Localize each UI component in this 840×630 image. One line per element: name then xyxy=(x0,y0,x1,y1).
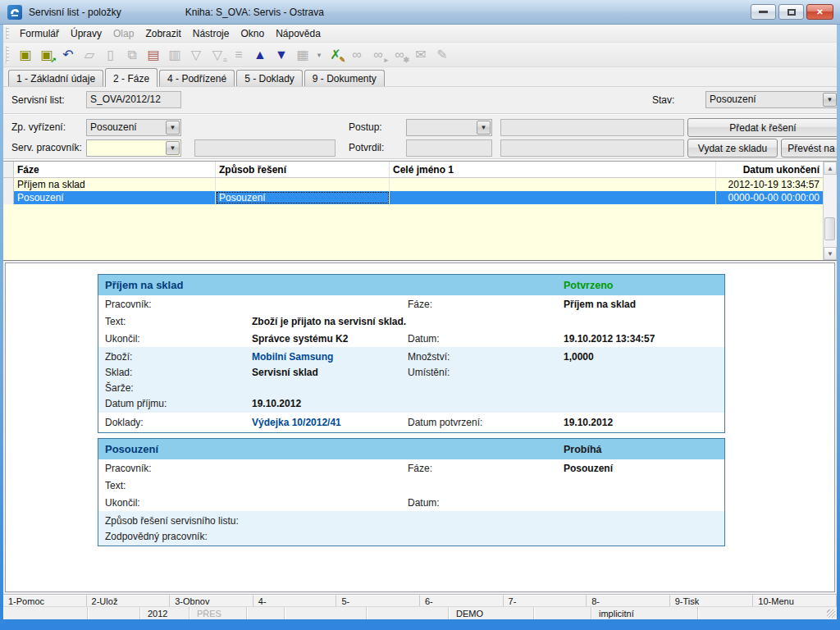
dropdown-caret-icon[interactable]: ▾ xyxy=(314,46,324,64)
menu-item-upravy[interactable]: Úpravy xyxy=(65,26,107,41)
filter-document-icon-badge: ≡ xyxy=(223,56,227,64)
text-value: Zboží je přijato na servisní sklad. xyxy=(252,316,564,327)
filter-icon: ▽ xyxy=(186,46,206,64)
undo-icon[interactable]: ↶ xyxy=(58,46,78,64)
tab-doklady[interactable]: 5 - Doklady xyxy=(236,70,303,86)
fkey-2[interactable]: 2-Ulož xyxy=(87,595,171,606)
serv-pracovnik-dropdown-icon[interactable]: ▼ xyxy=(166,141,180,155)
zp-vyrizeni-dropdown-icon[interactable]: ▼ xyxy=(166,121,180,135)
edit-note-icon-glyph: ✎ xyxy=(436,47,447,62)
scrollbar-thumb[interactable] xyxy=(824,217,835,240)
scrollbar-track[interactable] xyxy=(824,175,837,247)
menu-item-napoveda[interactable]: Nápověda xyxy=(270,26,326,41)
minimize-icon xyxy=(759,11,768,13)
statusbar-cell-5 xyxy=(247,607,285,619)
row-selector[interactable] xyxy=(3,191,14,204)
resize-grip-handle[interactable] xyxy=(827,609,835,618)
grid-cell[interactable]: 0000-00-00 00:00:00 xyxy=(716,191,823,204)
datum-label: Datum: xyxy=(401,497,564,509)
fkey-7[interactable]: 7- xyxy=(504,595,587,606)
zp-vyrizeni-combobox[interactable]: Posouzení ▼ xyxy=(86,119,181,136)
grid-row-2[interactable]: PosouzeníPosouzení0000-00-00 00:00:00 xyxy=(3,191,823,204)
stav-combobox[interactable]: Posouzení ▼ xyxy=(705,91,837,108)
scroll-down-icon[interactable]: ▼ xyxy=(824,247,837,260)
menu-item-okno[interactable]: Okno xyxy=(235,26,270,41)
menu-item-olap[interactable]: Olap xyxy=(107,26,139,41)
grid-vertical-scrollbar[interactable]: ▲ ▼ xyxy=(823,162,837,260)
grid-cell[interactable]: Posouzení xyxy=(14,191,216,204)
doklady-link[interactable]: Výdejka 10/2012/41 xyxy=(252,417,401,428)
fkey-4[interactable]: 4- xyxy=(253,595,337,606)
stav-dropdown-icon[interactable]: ▼ xyxy=(823,93,837,107)
fkey-5[interactable]: 5- xyxy=(336,595,420,606)
column-header-cele-jmeno[interactable]: Celé jméno 1 xyxy=(390,162,716,177)
servisni-list-label: Servisní list: xyxy=(11,94,65,106)
save-as-icon-badge: ↗ xyxy=(50,56,57,64)
menu-item-formular[interactable]: Formulář xyxy=(14,26,65,41)
toolbar-gripper-handle[interactable] xyxy=(6,46,9,62)
save-icon[interactable]: ▣ xyxy=(16,46,35,64)
find-next-icon: ∞▸ xyxy=(368,46,388,64)
servisni-list-field[interactable]: S_OVA/2012/12 xyxy=(86,91,181,108)
pracovnik-label: Pracovník: xyxy=(98,463,252,474)
statusbar-cell-6 xyxy=(285,607,367,619)
potvrdil-text-field[interactable] xyxy=(500,139,684,157)
maximize-button[interactable] xyxy=(778,4,804,20)
grid-cell[interactable]: 2012-10-19 13:34:57 xyxy=(716,178,823,191)
separator xyxy=(3,158,837,160)
column-header-faze[interactable]: Fáze xyxy=(14,162,216,177)
find-special-icon-badge: ✱ xyxy=(403,56,409,64)
close-button[interactable]: ✕ xyxy=(806,4,833,20)
column-header-zpusob-reseni[interactable]: Způsob řešení xyxy=(216,162,390,177)
predat-k-reseni-button[interactable]: Předat k řešení xyxy=(687,118,837,137)
postup-combobox[interactable]: ▼ xyxy=(406,119,492,136)
menubar-gripper-handle[interactable] xyxy=(6,27,9,39)
app-window: Servisní list - položky Kniha: S_OVA: Se… xyxy=(0,0,840,630)
fkey-9[interactable]: 9-Tisk xyxy=(670,595,754,606)
modify-icon[interactable]: ✗✎ xyxy=(326,46,345,64)
postup-dropdown-icon[interactable]: ▼ xyxy=(477,121,491,135)
save-as-icon[interactable]: ▣↗ xyxy=(37,46,57,64)
open-folder-icon: ▱ xyxy=(80,46,99,64)
fkey-8[interactable]: 8- xyxy=(587,595,670,606)
vydat-ze-skladu-button[interactable]: Vydat ze skladu xyxy=(687,139,778,158)
row-selector[interactable] xyxy=(3,178,14,191)
tab-dokumenty[interactable]: 9 - Dokumenty xyxy=(304,70,385,86)
grid-row-1[interactable]: Příjem na sklad2012-10-19 13:34:57 xyxy=(3,178,823,191)
tab-faze[interactable]: 2 - Fáze xyxy=(105,68,158,87)
potvrdil-field[interactable] xyxy=(406,139,492,157)
serv-pracovnik-text-field[interactable] xyxy=(194,139,336,157)
report-panel-prijem: Příjem na sklad Potvrzeno Pracovník: Fáz… xyxy=(98,274,725,433)
move-down-icon[interactable]: ▼ xyxy=(272,46,291,64)
prevest-na-button[interactable]: Převést na xyxy=(781,139,837,158)
book-icon: ▥ xyxy=(165,46,185,64)
scroll-up-icon[interactable]: ▲ xyxy=(824,162,837,175)
grid-cell[interactable]: Posouzení xyxy=(216,191,390,204)
menu-item-zobrazit[interactable]: Zobrazit xyxy=(139,26,186,41)
grid-cell[interactable]: Příjem na sklad xyxy=(14,178,216,191)
grid-cell[interactable] xyxy=(390,191,716,204)
zpusob-reseni-label: Způsob řešení servisního listu: xyxy=(98,515,564,527)
grid-body: Fáze Způsob řešení Celé jméno 1 Datum uk… xyxy=(3,162,823,260)
tab-zakladni-udaje[interactable]: 1 - Základní údaje xyxy=(8,70,103,86)
filter-document-icon: ▽≡ xyxy=(208,46,227,64)
app-logo-icon xyxy=(7,5,22,20)
fkey-10[interactable]: 10-Menu xyxy=(753,595,837,606)
fkey-1[interactable]: 1-Pomoc xyxy=(3,595,87,606)
menu-item-nastroje[interactable]: Nástroje xyxy=(187,26,235,41)
tab-podrizene[interactable]: 4 - Podřízené xyxy=(159,70,235,86)
serv-pracovnik-combobox[interactable]: ▼ xyxy=(86,139,181,157)
zbozi-link[interactable]: Mobilní Samsung xyxy=(252,351,401,363)
fkey-3[interactable]: 3-Obnov xyxy=(170,595,253,606)
fkey-6[interactable]: 6- xyxy=(420,595,504,606)
move-up-icon[interactable]: ▲ xyxy=(250,46,270,64)
statusbar-cell-9 xyxy=(534,607,591,619)
grid-cell[interactable] xyxy=(390,178,716,191)
copy-icon-glyph: ⧉ xyxy=(127,48,136,62)
postup-text-field[interactable] xyxy=(500,119,684,136)
column-header-datum-ukonceni[interactable]: Datum ukončení xyxy=(716,162,823,177)
paste-icon[interactable]: ▤ xyxy=(144,46,163,64)
window-title: Servisní list - položky xyxy=(29,7,121,18)
minimize-button[interactable] xyxy=(751,4,776,20)
grid-cell[interactable] xyxy=(216,178,390,191)
